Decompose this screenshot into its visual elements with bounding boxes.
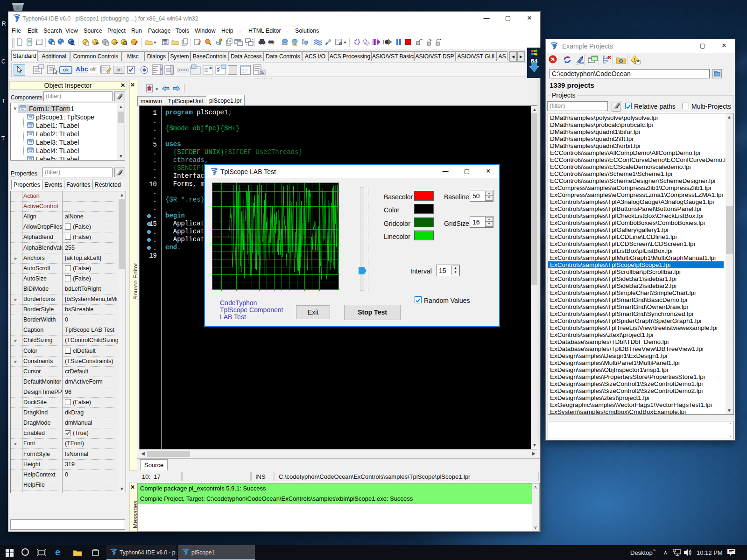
svg-text:!: ! bbox=[634, 57, 635, 63]
svg-text:Ok: Ok bbox=[260, 71, 264, 74]
